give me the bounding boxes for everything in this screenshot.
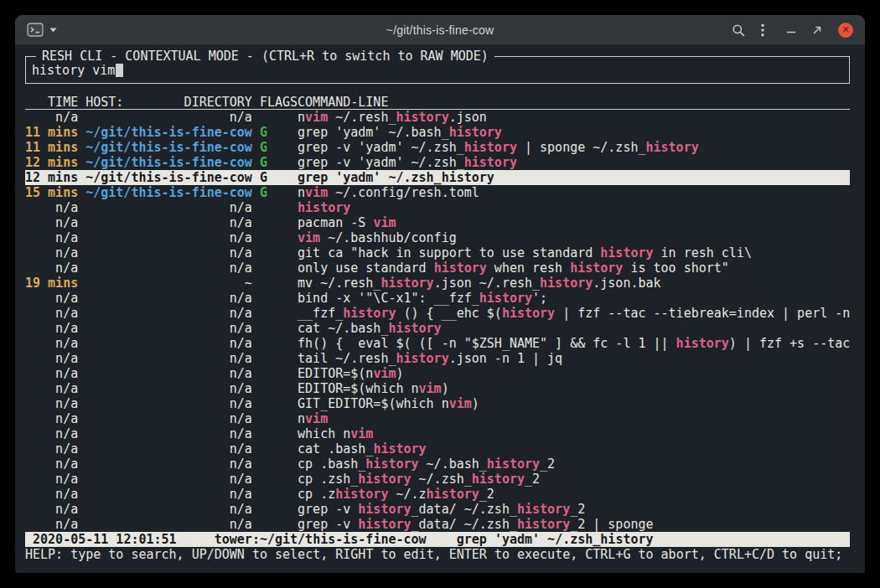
history-row[interactable]: n/an/anvim xyxy=(25,411,850,426)
minimize-icon xyxy=(786,25,796,35)
history-row[interactable]: 11 mins~/git/this-is-fine-cowGgrep 'yadm… xyxy=(25,125,850,140)
command-segment: _2 xyxy=(525,472,540,487)
history-row[interactable]: n/an/agrep -v history_data/ ~/.zsh_histo… xyxy=(25,502,850,517)
history-row[interactable]: n/an/afh() { eval $( ([ -n "$ZSH_NAME" ]… xyxy=(25,336,850,351)
history-row[interactable]: n/an/abind -x '"\C-x1": __fzf_history'; xyxy=(25,291,850,306)
close-icon: ✕ xyxy=(841,23,849,38)
row-flags xyxy=(252,441,298,456)
status-bar: 2020-05-11 12:01:51 tower:~/git/this-is-… xyxy=(25,532,850,547)
history-row[interactable]: n/an/aonly use standard history when res… xyxy=(25,260,850,276)
search-input[interactable]: history vim xyxy=(32,63,123,78)
history-row[interactable]: 12 mins~/git/this-is-fine-cowGgrep 'yadm… xyxy=(25,170,850,185)
history-row[interactable]: n/an/aGIT_EDITOR=$(which nvim) xyxy=(25,396,850,411)
command-segment: grep -v xyxy=(298,517,358,532)
text-cursor xyxy=(116,64,123,77)
history-row[interactable]: n/an/aEDITOR=$(which nvim) xyxy=(25,381,850,396)
row-flags: G xyxy=(252,185,298,200)
row-time: 11 mins xyxy=(25,140,78,155)
command-segment: EDITOR=$(which n xyxy=(298,381,419,396)
command-segment: GIT_EDITOR=$(which n xyxy=(298,396,449,411)
command-match-segment: vim xyxy=(419,381,442,396)
command-segment: ~/.bashhub/config xyxy=(320,230,457,245)
row-time: 15 mins xyxy=(25,185,78,200)
row-time: n/a xyxy=(25,366,78,381)
header-host: HOST: xyxy=(85,95,123,109)
command-segment: grep 'yadm' ~/.zsh_history xyxy=(298,170,494,185)
command-segment: git ca "hack in support to use standard xyxy=(298,245,600,260)
history-row[interactable]: n/an/acp .zsh_history ~/.zsh_history_2 xyxy=(25,472,850,487)
row-command: cp .zsh_history ~/.zsh_history_2 xyxy=(298,472,850,487)
command-segment: is too short" xyxy=(623,260,728,276)
command-segment: ) | fzf +s --tac xyxy=(729,336,850,351)
close-button[interactable]: ✕ xyxy=(838,23,853,38)
row-directory: ~ xyxy=(85,276,252,291)
history-row[interactable]: n/an/anvim ~/.resh_history.json xyxy=(25,110,850,125)
command-match-segment: vim xyxy=(305,185,328,200)
command-segment: grep -v xyxy=(298,502,358,517)
row-time: n/a xyxy=(25,517,78,532)
row-directory: n/a xyxy=(85,366,252,381)
row-flags xyxy=(252,502,298,517)
history-row[interactable]: n/an/apacman -S vim xyxy=(25,215,850,230)
row-time: n/a xyxy=(25,321,78,336)
help-line: HELP: type to search, UP/DOWN to select,… xyxy=(25,547,850,562)
maximize-button[interactable] xyxy=(812,25,822,35)
terminal-content[interactable]: RESH CLI - CONTEXTUAL MODE - (CTRL+R to … xyxy=(15,45,865,573)
header-directory: DIRECTORY xyxy=(184,95,252,109)
minimize-button[interactable] xyxy=(786,25,796,35)
history-row[interactable]: n/an/acp .bash_history ~/.bash_history_2 xyxy=(25,456,850,472)
history-row[interactable]: n/an/acat .bash_history xyxy=(25,441,850,456)
row-command: grep -v 'yadm' ~/.zsh_history xyxy=(298,155,850,170)
command-segment: fh() { eval $( ([ -n "$ZSH_NAME" ] && fc… xyxy=(298,336,676,351)
command-match-segment: history xyxy=(502,306,555,321)
history-row[interactable]: n/an/ahistory xyxy=(25,200,850,215)
history-row[interactable]: 11 mins~/git/this-is-fine-cowGgrep -v 'y… xyxy=(25,140,850,155)
history-row[interactable]: n/an/agrep -v history_data/ ~/.zsh_histo… xyxy=(25,517,850,532)
row-directory: n/a xyxy=(85,517,252,532)
row-command: grep -v history_data/ ~/.zsh_history_2 xyxy=(298,502,850,517)
history-row[interactable]: 12 mins~/git/this-is-fine-cowGgrep -v 'y… xyxy=(25,155,850,170)
search-button[interactable] xyxy=(732,23,745,37)
history-row[interactable]: n/an/awhich nvim xyxy=(25,426,850,441)
history-row[interactable]: 15 mins~/git/this-is-fine-cowGnvim ~/.co… xyxy=(25,185,850,200)
header-time: TIME xyxy=(25,95,78,109)
row-flags xyxy=(252,472,298,487)
command-segment: ~/.z xyxy=(388,487,426,502)
row-flags xyxy=(252,260,298,276)
command-match-segment: history xyxy=(358,472,411,487)
command-match-segment: history xyxy=(343,306,396,321)
row-directory: n/a xyxy=(85,411,252,426)
titlebar[interactable]: ~/git/this-is-fine-cow xyxy=(15,15,865,45)
row-flags xyxy=(252,276,298,291)
history-row[interactable]: 19 mins~mv ~/.resh_history.json ~/.resh_… xyxy=(25,276,850,291)
command-match-segment: history xyxy=(676,336,729,351)
row-directory: n/a xyxy=(85,230,252,245)
history-row[interactable]: n/an/agit ca "hack in support to use sta… xyxy=(25,245,850,260)
row-directory: n/a xyxy=(85,306,252,321)
history-row[interactable]: n/an/avim ~/.bashhub/config xyxy=(25,230,850,245)
command-segment: when resh xyxy=(487,260,570,276)
command-match-segment: vim xyxy=(373,215,396,230)
row-flags xyxy=(252,381,298,396)
command-match-segment: vim xyxy=(298,230,320,245)
row-time: n/a xyxy=(25,502,78,517)
new-terminal-button[interactable] xyxy=(27,23,44,37)
command-match-segment: history xyxy=(396,351,448,366)
history-row[interactable]: n/an/aEDITOR=$(nvim) xyxy=(25,366,850,381)
command-segment: ~/.config/resh.toml xyxy=(328,185,479,200)
command-segment: n xyxy=(298,110,305,125)
row-time: n/a xyxy=(25,441,78,456)
row-time: n/a xyxy=(25,200,78,215)
history-row[interactable]: n/an/acat ~/.bash_history xyxy=(25,321,850,336)
history-row[interactable]: n/an/a__fzf_history () { __ehc $(history… xyxy=(25,306,850,321)
history-row[interactable]: n/an/atail ~/.resh_history.json -n 1 | j… xyxy=(25,351,850,366)
terminal-window: ~/git/this-is-fine-cow xyxy=(15,15,865,573)
row-flags xyxy=(252,336,298,351)
command-match-segment: vim xyxy=(373,366,396,381)
menu-button[interactable] xyxy=(761,23,764,37)
row-directory: n/a xyxy=(85,441,252,456)
history-row[interactable]: n/an/acp .zhistory ~/.zhistory_2 xyxy=(25,487,850,502)
command-segment: ) xyxy=(472,396,479,411)
row-directory: n/a xyxy=(85,110,252,125)
profile-dropdown-button[interactable] xyxy=(49,28,57,33)
